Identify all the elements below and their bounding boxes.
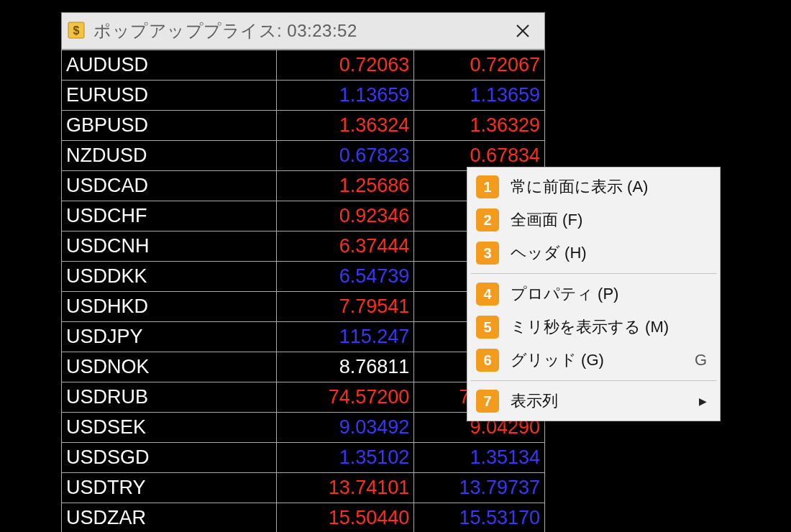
context-menu-item[interactable]: 5ミリ秒を表示する (M) — [469, 311, 718, 344]
svg-text:$: $ — [73, 24, 80, 37]
bid-cell: 1.13659 — [276, 81, 414, 111]
menu-item-shortcut: G — [695, 351, 707, 370]
menu-item-number-badge: 6 — [476, 349, 499, 372]
bid-cell: 13.74101 — [276, 473, 414, 503]
dollar-icon: $ — [68, 22, 85, 39]
bid-cell: 1.25686 — [276, 171, 414, 201]
window-title: ポップアッププライス: 03:23:52 — [93, 19, 501, 42]
symbol-cell: USDDKK — [62, 262, 277, 292]
menu-item-number-badge: 5 — [476, 316, 499, 339]
symbol-cell: USDHKD — [62, 292, 277, 322]
bid-cell: 15.50440 — [276, 503, 414, 533]
bid-cell: 6.37444 — [276, 231, 414, 262]
symbol-cell: USDCAD — [62, 171, 277, 201]
ask-cell: 1.35134 — [414, 443, 545, 473]
symbol-cell: USDTRY — [62, 473, 277, 503]
price-row[interactable]: EURUSD1.136591.13659 — [62, 81, 545, 111]
menu-separator — [470, 380, 717, 381]
symbol-cell: USDNOK — [62, 352, 277, 382]
menu-item-label: 常に前面に表示 (A) — [511, 176, 707, 198]
context-menu-item[interactable]: 2全画面 (F) — [469, 203, 718, 237]
bid-cell: 1.35102 — [276, 443, 414, 473]
menu-item-label: 全画面 (F) — [511, 209, 707, 231]
submenu-arrow-icon: ▶ — [699, 395, 707, 407]
ask-cell: 13.79737 — [414, 473, 545, 503]
symbol-cell: USDSGD — [62, 443, 277, 473]
menu-item-label: 表示列 — [511, 390, 692, 412]
ask-cell: 0.72067 — [414, 50, 545, 81]
symbol-cell: USDCNH — [62, 231, 277, 262]
bid-cell: 7.79541 — [276, 292, 414, 322]
titlebar[interactable]: $ ポップアッププライス: 03:23:52 — [61, 12, 545, 50]
symbol-cell: USDJPY — [62, 322, 277, 352]
menu-item-number-badge: 2 — [476, 208, 499, 231]
symbol-cell: AUDUSD — [62, 50, 277, 81]
context-menu-item[interactable]: 3ヘッダ (H) — [469, 237, 718, 270]
price-row[interactable]: USDSGD1.351021.35134 — [62, 443, 545, 473]
bid-cell: 0.67823 — [276, 141, 414, 171]
close-button[interactable] — [501, 12, 544, 50]
context-menu-item[interactable]: 4プロパティ (P) — [469, 278, 718, 311]
bid-cell: 0.72063 — [276, 50, 414, 81]
price-row[interactable]: AUDUSD0.720630.72067 — [62, 50, 545, 81]
symbol-cell: GBPUSD — [62, 111, 277, 141]
bid-cell: 1.36324 — [276, 111, 414, 141]
symbol-cell: NZDUSD — [62, 141, 277, 171]
menu-item-number-badge: 7 — [476, 390, 499, 413]
ask-cell: 1.36329 — [414, 111, 545, 141]
symbol-cell: USDZAR — [62, 503, 277, 533]
bid-cell: 6.54739 — [276, 262, 414, 292]
menu-item-number-badge: 4 — [476, 283, 499, 306]
price-row[interactable]: USDTRY13.7410113.79737 — [62, 473, 545, 503]
price-row[interactable]: GBPUSD1.363241.36329 — [62, 111, 545, 141]
bid-cell: 115.247 — [276, 322, 414, 352]
symbol-cell: USDRUB — [62, 382, 277, 413]
price-row[interactable]: USDZAR15.5044015.53170 — [62, 503, 545, 533]
context-menu: 1常に前面に表示 (A)2全画面 (F)3ヘッダ (H)4プロパティ (P)5ミ… — [467, 167, 721, 421]
ask-cell: 15.53170 — [414, 503, 545, 533]
context-menu-item[interactable]: 7表示列▶ — [469, 385, 718, 418]
ask-cell: 1.13659 — [414, 81, 545, 111]
bid-cell: 9.03492 — [276, 413, 414, 443]
bid-cell: 0.92346 — [276, 201, 414, 231]
symbol-cell: USDSEK — [62, 413, 277, 443]
menu-item-number-badge: 3 — [476, 242, 499, 265]
symbol-cell: EURUSD — [62, 81, 277, 111]
menu-item-label: グリッド (G) — [511, 349, 687, 371]
close-icon — [516, 24, 530, 38]
symbol-cell: USDCHF — [62, 201, 277, 231]
context-menu-item[interactable]: 1常に前面に表示 (A) — [469, 170, 718, 203]
bid-cell: 74.57200 — [276, 382, 414, 413]
menu-item-label: プロパティ (P) — [511, 283, 707, 305]
menu-separator — [470, 273, 717, 274]
bid-cell: 8.76811 — [276, 352, 414, 382]
context-menu-item[interactable]: 6グリッド (G)G — [469, 344, 718, 377]
menu-item-number-badge: 1 — [476, 175, 499, 198]
menu-item-label: ミリ秒を表示する (M) — [511, 316, 707, 338]
menu-item-label: ヘッダ (H) — [511, 242, 707, 264]
